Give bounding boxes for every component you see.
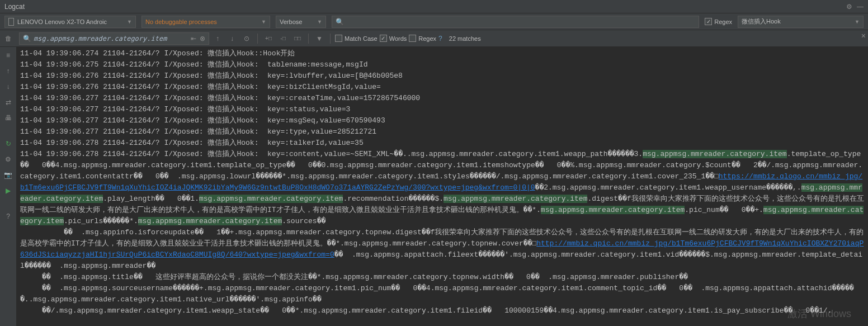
match-count: 22 matches bbox=[449, 35, 481, 42]
restart-icon[interactable]: ↻ bbox=[2, 138, 15, 150]
log-search-input[interactable]: 🔍 bbox=[332, 16, 699, 28]
regex-label: Regex bbox=[714, 18, 732, 25]
add-selection-icon[interactable]: +□ bbox=[262, 32, 275, 45]
regex-checkbox[interactable]: Regex bbox=[705, 18, 732, 25]
clear-icon[interactable]: ⊗ bbox=[200, 35, 205, 42]
find-field[interactable] bbox=[34, 35, 191, 42]
regex-find-checkbox[interactable]: Regex bbox=[409, 35, 436, 42]
checkbox-icon bbox=[705, 18, 712, 25]
minimize-icon[interactable]: — bbox=[857, 3, 864, 11]
scroll-up-icon[interactable]: ↑ bbox=[2, 65, 15, 77]
gear-icon[interactable]: ⚙ bbox=[846, 3, 852, 11]
record-icon[interactable]: ▶ bbox=[2, 185, 15, 197]
screenshot-icon[interactable]: 📷 bbox=[2, 169, 15, 181]
chevron-down-icon: ▼ bbox=[127, 19, 132, 25]
trash-icon[interactable]: 🗑 bbox=[2, 32, 15, 45]
pin-icon[interactable]: ⇤ bbox=[191, 35, 196, 42]
device-icon bbox=[8, 18, 14, 26]
words-checkbox[interactable]: Words bbox=[380, 35, 407, 42]
words-label: Words bbox=[389, 35, 407, 42]
device-label: LENOVO Lenovo X2-TO Androic bbox=[17, 18, 107, 25]
help-sidebar-icon[interactable]: ? bbox=[2, 210, 15, 223]
checkbox-icon bbox=[380, 35, 387, 42]
log-level-selector[interactable]: Verbose ▼ bbox=[276, 16, 326, 28]
close-icon[interactable]: × bbox=[861, 31, 866, 40]
separator bbox=[308, 34, 309, 44]
separator bbox=[257, 34, 258, 44]
match-case-label: Match Case bbox=[345, 35, 378, 42]
checkbox-icon bbox=[335, 35, 342, 42]
process-label: No debuggable processes bbox=[145, 18, 217, 25]
wrap-icon[interactable]: ≡ bbox=[2, 49, 15, 62]
select-group-icon[interactable]: □□ bbox=[291, 32, 304, 45]
soft-wrap-icon[interactable]: ⇄ bbox=[2, 96, 15, 108]
search-icon: 🔍 bbox=[23, 35, 31, 42]
remove-selection-icon[interactable]: -□ bbox=[277, 32, 289, 45]
select-all-icon[interactable]: ⊙ bbox=[240, 32, 253, 45]
help-icon[interactable]: ? bbox=[438, 35, 442, 42]
arrow-down-icon[interactable]: ↓ bbox=[226, 32, 238, 45]
separator bbox=[330, 34, 331, 44]
device-selector[interactable]: LENOVO Lenovo X2-TO Androic ▼ bbox=[4, 16, 136, 28]
chevron-down-icon: ▼ bbox=[855, 19, 860, 25]
chevron-down-icon: ▼ bbox=[317, 19, 322, 25]
print-icon[interactable]: 🖶 bbox=[2, 112, 15, 124]
process-selector[interactable]: No debuggable processes ▼ bbox=[141, 16, 270, 28]
level-label: Verbose bbox=[280, 18, 302, 25]
filter-icon[interactable]: ▼ bbox=[313, 32, 326, 45]
window-title: Logcat bbox=[4, 3, 25, 11]
checkbox-icon bbox=[409, 35, 416, 42]
regex-find-label: Regex bbox=[418, 35, 436, 42]
arrow-up-icon[interactable]: ↑ bbox=[211, 32, 224, 45]
log-output[interactable]: 11-04 19:39:06.274 21104-21264/? I/Xpose… bbox=[17, 47, 868, 326]
find-input[interactable]: 🔍 ⇤ ⊗ bbox=[19, 32, 209, 45]
scroll-down-icon[interactable]: ↓ bbox=[2, 81, 15, 93]
settings-icon[interactable]: ⚙ bbox=[2, 153, 15, 166]
search-icon: 🔍 bbox=[336, 18, 344, 26]
chevron-down-icon: ▼ bbox=[261, 19, 266, 25]
filter-selector[interactable]: 微信插入Hook ▼ bbox=[738, 16, 864, 28]
match-case-checkbox[interactable]: Match Case bbox=[335, 35, 378, 42]
filter-label: 微信插入Hook bbox=[742, 17, 781, 26]
